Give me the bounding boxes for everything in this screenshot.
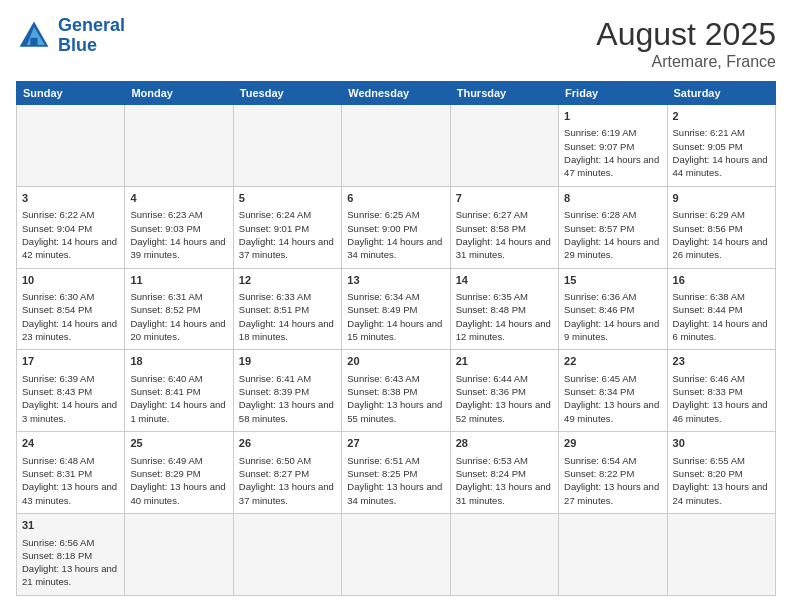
calendar-cell: 20Sunrise: 6:43 AM Sunset: 8:38 PM Dayli… xyxy=(342,350,450,432)
calendar-cell: 22Sunrise: 6:45 AM Sunset: 8:34 PM Dayli… xyxy=(559,350,667,432)
day-number: 5 xyxy=(239,191,336,206)
calendar-cell: 29Sunrise: 6:54 AM Sunset: 8:22 PM Dayli… xyxy=(559,432,667,514)
day-info: Sunrise: 6:19 AM Sunset: 9:07 PM Dayligh… xyxy=(564,126,661,179)
calendar-cell xyxy=(667,514,775,596)
calendar-week-4: 17Sunrise: 6:39 AM Sunset: 8:43 PM Dayli… xyxy=(17,350,776,432)
calendar-cell: 27Sunrise: 6:51 AM Sunset: 8:25 PM Dayli… xyxy=(342,432,450,514)
calendar-week-5: 24Sunrise: 6:48 AM Sunset: 8:31 PM Dayli… xyxy=(17,432,776,514)
calendar-cell: 14Sunrise: 6:35 AM Sunset: 8:48 PM Dayli… xyxy=(450,268,558,350)
day-number: 29 xyxy=(564,436,661,451)
calendar-cell: 23Sunrise: 6:46 AM Sunset: 8:33 PM Dayli… xyxy=(667,350,775,432)
day-info: Sunrise: 6:38 AM Sunset: 8:44 PM Dayligh… xyxy=(673,290,770,343)
day-number: 21 xyxy=(456,354,553,369)
calendar-cell xyxy=(342,514,450,596)
calendar-cell: 5Sunrise: 6:24 AM Sunset: 9:01 PM Daylig… xyxy=(233,186,341,268)
calendar-cell: 11Sunrise: 6:31 AM Sunset: 8:52 PM Dayli… xyxy=(125,268,233,350)
day-info: Sunrise: 6:39 AM Sunset: 8:43 PM Dayligh… xyxy=(22,372,119,425)
day-number: 31 xyxy=(22,518,119,533)
day-number: 18 xyxy=(130,354,227,369)
calendar-cell: 28Sunrise: 6:53 AM Sunset: 8:24 PM Dayli… xyxy=(450,432,558,514)
day-number: 2 xyxy=(673,109,770,124)
day-info: Sunrise: 6:30 AM Sunset: 8:54 PM Dayligh… xyxy=(22,290,119,343)
day-info: Sunrise: 6:46 AM Sunset: 8:33 PM Dayligh… xyxy=(673,372,770,425)
day-number: 11 xyxy=(130,273,227,288)
calendar-title: August 2025 xyxy=(596,16,776,53)
calendar-cell xyxy=(342,105,450,187)
calendar-cell: 31Sunrise: 6:56 AM Sunset: 8:18 PM Dayli… xyxy=(17,514,125,596)
logo-icon xyxy=(16,18,52,54)
day-number: 14 xyxy=(456,273,553,288)
day-info: Sunrise: 6:51 AM Sunset: 8:25 PM Dayligh… xyxy=(347,454,444,507)
day-info: Sunrise: 6:45 AM Sunset: 8:34 PM Dayligh… xyxy=(564,372,661,425)
day-info: Sunrise: 6:29 AM Sunset: 8:56 PM Dayligh… xyxy=(673,208,770,261)
day-info: Sunrise: 6:27 AM Sunset: 8:58 PM Dayligh… xyxy=(456,208,553,261)
calendar-cell: 6Sunrise: 6:25 AM Sunset: 9:00 PM Daylig… xyxy=(342,186,450,268)
logo: General Blue xyxy=(16,16,125,56)
calendar-cell xyxy=(233,514,341,596)
calendar-cell: 8Sunrise: 6:28 AM Sunset: 8:57 PM Daylig… xyxy=(559,186,667,268)
calendar-cell: 25Sunrise: 6:49 AM Sunset: 8:29 PM Dayli… xyxy=(125,432,233,514)
calendar-cell xyxy=(450,514,558,596)
day-info: Sunrise: 6:41 AM Sunset: 8:39 PM Dayligh… xyxy=(239,372,336,425)
calendar-cell: 21Sunrise: 6:44 AM Sunset: 8:36 PM Dayli… xyxy=(450,350,558,432)
calendar-table: SundayMondayTuesdayWednesdayThursdayFrid… xyxy=(16,81,776,596)
day-number: 6 xyxy=(347,191,444,206)
day-number: 9 xyxy=(673,191,770,206)
calendar-week-6: 31Sunrise: 6:56 AM Sunset: 8:18 PM Dayli… xyxy=(17,514,776,596)
weekday-header-wednesday: Wednesday xyxy=(342,82,450,105)
day-info: Sunrise: 6:25 AM Sunset: 9:00 PM Dayligh… xyxy=(347,208,444,261)
day-number: 16 xyxy=(673,273,770,288)
day-info: Sunrise: 6:48 AM Sunset: 8:31 PM Dayligh… xyxy=(22,454,119,507)
calendar-cell: 12Sunrise: 6:33 AM Sunset: 8:51 PM Dayli… xyxy=(233,268,341,350)
header: General Blue August 2025 Artemare, Franc… xyxy=(16,16,776,71)
day-number: 19 xyxy=(239,354,336,369)
day-number: 23 xyxy=(673,354,770,369)
day-info: Sunrise: 6:33 AM Sunset: 8:51 PM Dayligh… xyxy=(239,290,336,343)
calendar-cell xyxy=(233,105,341,187)
calendar-subtitle: Artemare, France xyxy=(596,53,776,71)
calendar-cell: 26Sunrise: 6:50 AM Sunset: 8:27 PM Dayli… xyxy=(233,432,341,514)
calendar-week-1: 1Sunrise: 6:19 AM Sunset: 9:07 PM Daylig… xyxy=(17,105,776,187)
day-info: Sunrise: 6:56 AM Sunset: 8:18 PM Dayligh… xyxy=(22,536,119,589)
day-info: Sunrise: 6:50 AM Sunset: 8:27 PM Dayligh… xyxy=(239,454,336,507)
calendar-cell: 3Sunrise: 6:22 AM Sunset: 9:04 PM Daylig… xyxy=(17,186,125,268)
day-info: Sunrise: 6:22 AM Sunset: 9:04 PM Dayligh… xyxy=(22,208,119,261)
day-info: Sunrise: 6:43 AM Sunset: 8:38 PM Dayligh… xyxy=(347,372,444,425)
day-number: 22 xyxy=(564,354,661,369)
svg-rect-2 xyxy=(30,38,37,45)
calendar-cell xyxy=(125,105,233,187)
day-info: Sunrise: 6:54 AM Sunset: 8:22 PM Dayligh… xyxy=(564,454,661,507)
day-number: 10 xyxy=(22,273,119,288)
day-number: 7 xyxy=(456,191,553,206)
weekday-header-tuesday: Tuesday xyxy=(233,82,341,105)
calendar-cell: 1Sunrise: 6:19 AM Sunset: 9:07 PM Daylig… xyxy=(559,105,667,187)
day-number: 3 xyxy=(22,191,119,206)
day-number: 26 xyxy=(239,436,336,451)
day-number: 20 xyxy=(347,354,444,369)
weekday-header-thursday: Thursday xyxy=(450,82,558,105)
day-number: 30 xyxy=(673,436,770,451)
calendar-cell: 4Sunrise: 6:23 AM Sunset: 9:03 PM Daylig… xyxy=(125,186,233,268)
logo-text: General Blue xyxy=(58,16,125,56)
day-number: 17 xyxy=(22,354,119,369)
title-block: August 2025 Artemare, France xyxy=(596,16,776,71)
day-number: 1 xyxy=(564,109,661,124)
calendar-week-3: 10Sunrise: 6:30 AM Sunset: 8:54 PM Dayli… xyxy=(17,268,776,350)
day-info: Sunrise: 6:28 AM Sunset: 8:57 PM Dayligh… xyxy=(564,208,661,261)
calendar-cell xyxy=(559,514,667,596)
weekday-header-sunday: Sunday xyxy=(17,82,125,105)
calendar-cell: 2Sunrise: 6:21 AM Sunset: 9:05 PM Daylig… xyxy=(667,105,775,187)
calendar-cell: 24Sunrise: 6:48 AM Sunset: 8:31 PM Dayli… xyxy=(17,432,125,514)
day-number: 13 xyxy=(347,273,444,288)
day-info: Sunrise: 6:40 AM Sunset: 8:41 PM Dayligh… xyxy=(130,372,227,425)
day-number: 24 xyxy=(22,436,119,451)
weekday-header-friday: Friday xyxy=(559,82,667,105)
day-number: 25 xyxy=(130,436,227,451)
calendar-page: General Blue August 2025 Artemare, Franc… xyxy=(0,0,792,612)
day-info: Sunrise: 6:21 AM Sunset: 9:05 PM Dayligh… xyxy=(673,126,770,179)
weekday-header-monday: Monday xyxy=(125,82,233,105)
day-info: Sunrise: 6:35 AM Sunset: 8:48 PM Dayligh… xyxy=(456,290,553,343)
day-info: Sunrise: 6:31 AM Sunset: 8:52 PM Dayligh… xyxy=(130,290,227,343)
day-info: Sunrise: 6:55 AM Sunset: 8:20 PM Dayligh… xyxy=(673,454,770,507)
day-number: 8 xyxy=(564,191,661,206)
